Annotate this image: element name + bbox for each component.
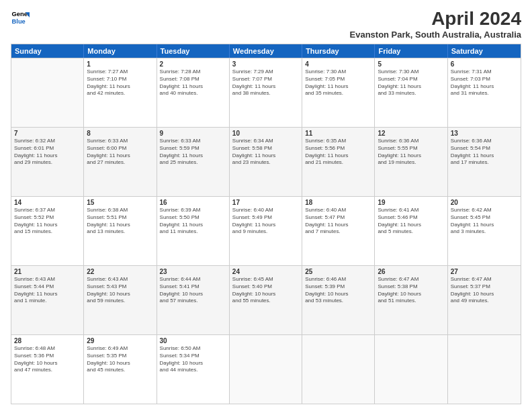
cell-info: Sunrise: 7:31 AM Sunset: 7:03 PM Dayligh… [451,68,518,97]
cell-info: Sunrise: 7:28 AM Sunset: 7:08 PM Dayligh… [160,68,226,97]
cell-info: Sunrise: 6:39 AM Sunset: 5:50 PM Dayligh… [160,207,226,236]
calendar-cell: 18Sunrise: 6:40 AM Sunset: 5:47 PM Dayli… [302,197,375,265]
cell-info: Sunrise: 7:27 AM Sunset: 7:10 PM Dayligh… [87,68,153,97]
cell-day-number: 26 [378,268,444,275]
cell-info: Sunrise: 7:29 AM Sunset: 7:07 PM Dayligh… [232,68,299,97]
calendar-cell: 6Sunrise: 7:31 AM Sunset: 7:03 PM Daylig… [448,58,521,127]
cell-info: Sunrise: 6:49 AM Sunset: 5:35 PM Dayligh… [87,345,153,374]
calendar-cell: 30Sunrise: 6:50 AM Sunset: 5:34 PM Dayli… [157,335,230,404]
cell-day-number: 6 [451,60,518,68]
cell-day-number: 16 [160,199,226,206]
cell-day-number: 7 [14,130,81,137]
calendar-cell [375,335,447,404]
cell-info: Sunrise: 6:32 AM Sunset: 6:01 PM Dayligh… [14,138,81,167]
title-block: April 2024 Evanston Park, South Australi… [350,8,522,40]
cell-info: Sunrise: 6:45 AM Sunset: 5:40 PM Dayligh… [232,276,299,305]
calendar-row: 28Sunrise: 6:48 AM Sunset: 5:36 PM Dayli… [11,334,521,404]
calendar-cell: 29Sunrise: 6:49 AM Sunset: 5:35 PM Dayli… [84,335,157,404]
cell-info: Sunrise: 6:41 AM Sunset: 5:46 PM Dayligh… [378,207,444,236]
calendar: SundayMondayTuesdayWednesdayThursdayFrid… [11,44,521,404]
calendar-cell: 7Sunrise: 6:32 AM Sunset: 6:01 PM Daylig… [11,128,84,196]
calendar-cell [230,335,302,404]
cell-day-number: 30 [160,337,226,345]
logo: General Blue [11,8,30,27]
cell-info: Sunrise: 6:46 AM Sunset: 5:39 PM Dayligh… [305,276,371,305]
calendar-row: 7Sunrise: 6:32 AM Sunset: 6:01 PM Daylig… [11,127,521,196]
cell-day-number: 10 [232,130,299,137]
calendar-cell: 26Sunrise: 6:47 AM Sunset: 5:38 PM Dayli… [375,266,447,334]
calendar-cell: 15Sunrise: 6:38 AM Sunset: 5:51 PM Dayli… [84,197,157,265]
calendar-cell: 5Sunrise: 7:30 AM Sunset: 7:04 PM Daylig… [375,58,447,127]
calendar-cell: 4Sunrise: 7:30 AM Sunset: 7:05 PM Daylig… [302,58,375,127]
calendar-cell: 17Sunrise: 6:40 AM Sunset: 5:49 PM Dayli… [230,197,302,265]
page: General Blue April 2024 Evanston Park, S… [0,0,532,411]
calendar-cell: 20Sunrise: 6:42 AM Sunset: 5:45 PM Dayli… [448,197,521,265]
weekday-header: Tuesday [157,44,230,58]
cell-info: Sunrise: 7:30 AM Sunset: 7:05 PM Dayligh… [305,68,371,97]
cell-info: Sunrise: 6:43 AM Sunset: 5:44 PM Dayligh… [14,276,81,305]
calendar-cell: 8Sunrise: 6:33 AM Sunset: 6:00 PM Daylig… [84,128,157,196]
calendar-cell: 12Sunrise: 6:36 AM Sunset: 5:55 PM Dayli… [375,128,447,196]
cell-info: Sunrise: 6:47 AM Sunset: 5:38 PM Dayligh… [378,276,444,305]
calendar-cell: 14Sunrise: 6:37 AM Sunset: 5:52 PM Dayli… [11,197,84,265]
calendar-row: 21Sunrise: 6:43 AM Sunset: 5:44 PM Dayli… [11,265,521,334]
calendar-body: 1Sunrise: 7:27 AM Sunset: 7:10 PM Daylig… [11,58,521,404]
calendar-cell: 21Sunrise: 6:43 AM Sunset: 5:44 PM Dayli… [11,266,84,334]
calendar-cell [448,335,521,404]
cell-day-number: 23 [160,268,226,275]
weekday-header: Sunday [11,44,84,58]
cell-day-number: 27 [451,268,518,275]
header: General Blue April 2024 Evanston Park, S… [11,8,521,40]
cell-day-number: 20 [451,199,518,206]
cell-day-number: 24 [232,268,299,275]
weekday-header: Thursday [302,44,375,58]
svg-text:Blue: Blue [12,18,26,25]
calendar-cell: 1Sunrise: 7:27 AM Sunset: 7:10 PM Daylig… [84,58,157,127]
cell-day-number: 14 [14,199,81,206]
cell-info: Sunrise: 6:40 AM Sunset: 5:49 PM Dayligh… [232,207,299,236]
calendar-header: SundayMondayTuesdayWednesdayThursdayFrid… [11,44,521,58]
cell-day-number: 19 [378,199,444,206]
cell-info: Sunrise: 6:44 AM Sunset: 5:41 PM Dayligh… [160,276,226,305]
weekday-header: Wednesday [230,44,302,58]
cell-info: Sunrise: 6:36 AM Sunset: 5:55 PM Dayligh… [378,138,444,167]
cell-day-number: 22 [87,268,153,275]
calendar-cell [11,58,84,127]
main-title: April 2024 [350,8,522,30]
calendar-cell: 23Sunrise: 6:44 AM Sunset: 5:41 PM Dayli… [157,266,230,334]
calendar-cell: 11Sunrise: 6:35 AM Sunset: 5:56 PM Dayli… [302,128,375,196]
calendar-cell: 28Sunrise: 6:48 AM Sunset: 5:36 PM Dayli… [11,335,84,404]
cell-day-number: 13 [451,130,518,137]
logo-icon: General Blue [11,8,30,27]
calendar-row: 1Sunrise: 7:27 AM Sunset: 7:10 PM Daylig… [11,58,521,127]
cell-day-number: 21 [14,268,81,275]
calendar-cell: 9Sunrise: 6:33 AM Sunset: 5:59 PM Daylig… [157,128,230,196]
calendar-cell: 22Sunrise: 6:43 AM Sunset: 5:43 PM Dayli… [84,266,157,334]
cell-day-number: 5 [378,60,444,68]
cell-info: Sunrise: 6:35 AM Sunset: 5:56 PM Dayligh… [305,138,371,167]
cell-day-number: 28 [14,337,81,345]
calendar-cell: 19Sunrise: 6:41 AM Sunset: 5:46 PM Dayli… [375,197,447,265]
cell-day-number: 15 [87,199,153,206]
weekday-header: Saturday [448,44,521,58]
weekday-header: Monday [84,44,157,58]
cell-day-number: 3 [232,60,299,68]
cell-day-number: 29 [87,337,153,345]
cell-day-number: 2 [160,60,226,68]
cell-info: Sunrise: 6:37 AM Sunset: 5:52 PM Dayligh… [14,207,81,236]
cell-day-number: 17 [232,199,299,206]
cell-info: Sunrise: 6:40 AM Sunset: 5:47 PM Dayligh… [305,207,371,236]
cell-info: Sunrise: 6:38 AM Sunset: 5:51 PM Dayligh… [87,207,153,236]
cell-info: Sunrise: 6:43 AM Sunset: 5:43 PM Dayligh… [87,276,153,305]
cell-info: Sunrise: 6:42 AM Sunset: 5:45 PM Dayligh… [451,207,518,236]
calendar-cell: 10Sunrise: 6:34 AM Sunset: 5:58 PM Dayli… [230,128,302,196]
calendar-cell: 24Sunrise: 6:45 AM Sunset: 5:40 PM Dayli… [230,266,302,334]
cell-info: Sunrise: 6:33 AM Sunset: 6:00 PM Dayligh… [87,138,153,167]
cell-info: Sunrise: 6:50 AM Sunset: 5:34 PM Dayligh… [160,345,226,374]
cell-day-number: 9 [160,130,226,137]
subtitle: Evanston Park, South Australia, Australi… [350,30,522,40]
cell-info: Sunrise: 6:34 AM Sunset: 5:58 PM Dayligh… [232,138,299,167]
cell-day-number: 4 [305,60,371,68]
calendar-cell: 25Sunrise: 6:46 AM Sunset: 5:39 PM Dayli… [302,266,375,334]
weekday-header: Friday [375,44,447,58]
